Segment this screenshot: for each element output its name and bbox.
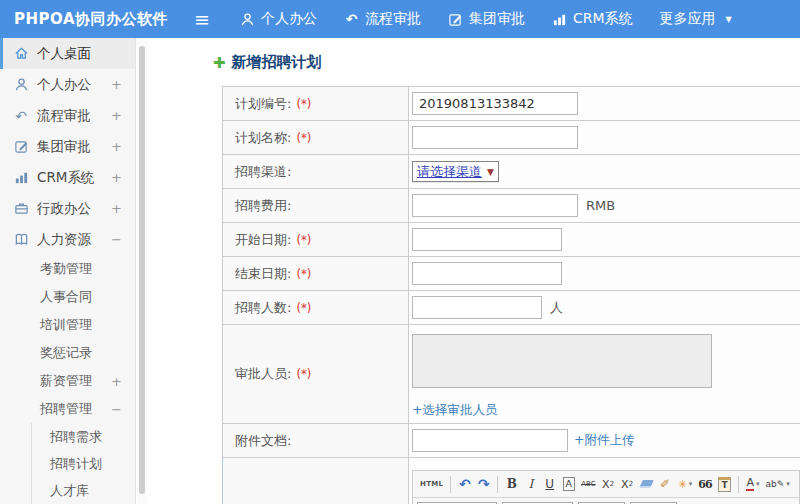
sidebar-subitem-hr-contract[interactable]: 人事合同 [0,283,135,311]
form-row-plan-number: 计划编号:(*) [222,87,800,121]
redo-button[interactable]: ↷ [475,474,492,495]
sidebar-subitem-label: 招聘管理 [40,400,92,418]
sidebar-subsubitem-talent-pool[interactable]: 人才库 [32,477,135,504]
superscript-button[interactable]: X2 [600,474,617,495]
form-row-end-date: 结束日期:(*) [222,257,800,291]
sidebar-subitem-recruit-mgmt[interactable]: 招聘管理− [0,395,135,423]
sidebar-subsubitem-recruit-plan[interactable]: 招聘计划 [32,450,135,477]
sidebar-item-label: 个人桌面 [37,45,91,63]
sidebar-scrollbar[interactable] [137,38,147,504]
expand-icon[interactable]: + [111,170,122,185]
collapse-icon[interactable]: − [111,402,122,417]
eraser-shape [639,480,654,488]
superscript-button-glyph: X [602,478,610,491]
required-mark: (*) [296,97,311,111]
font-color-button[interactable]: A▾ [744,474,761,495]
sidebar-item-workflow-approval[interactable]: ↶流程审批+ [0,100,135,131]
sidebar-subsubitem-recruit-demand[interactable]: 招聘需求 [32,423,135,450]
recruit-plan-form: 计划编号:(*)计划名称:(*)招聘渠道:请选择渠道▼招聘费用:RMB开始日期:… [222,86,800,504]
undo-button[interactable]: ↶ [456,474,473,495]
approvers-textarea[interactable] [412,334,712,388]
form-label-recruit-count: 招聘人数:(*) [223,291,409,324]
form-value-plan-name [409,121,800,154]
person-icon [13,77,29,93]
menu-toggle-icon[interactable]: ≡ [194,0,210,38]
recruit-count-input[interactable] [412,296,542,319]
select-approvers-link[interactable]: +选择审批人员 [412,402,497,417]
start-date-input[interactable] [412,228,562,251]
sidebar-item-label: 人力资源 [37,231,91,249]
sidebar-item-admin-office[interactable]: 行政办公+ [0,193,135,224]
blockquote-button[interactable]: 66 [696,474,713,495]
field-label: 计划名称: [235,129,291,147]
sidebar-subitem-training-mgmt[interactable]: 培训管理 [0,311,135,339]
subscript-button[interactable]: X2 [619,474,636,495]
underline-button[interactable]: U [541,474,558,495]
sidebar-item-personal-desktop[interactable]: 个人桌面 [0,38,135,69]
form-value-plan-content: HTML↶↷BIUAABCX2X2✐✳▾66TA▾ab✎▾自定义标题▼段落格式▼… [409,458,800,504]
chevron-down-icon: ▾ [786,480,790,488]
field-label: 计划编号: [235,95,291,113]
form-row-plan-content: HTML↶↷BIUAABCX2X2✐✳▾66TA▾ab✎▾自定义标题▼段落格式▼… [222,458,800,504]
required-mark: (*) [296,131,311,145]
autoformat-button[interactable]: ✳▾ [676,474,695,495]
eraser-icon-button[interactable] [638,474,655,495]
sidebar-subitem-attendance-mgmt[interactable]: 考勤管理 [0,255,135,283]
field-label: 结束日期: [235,265,291,283]
attachment-input[interactable] [412,429,568,452]
sidebar-item-label: CRM系统 [37,169,94,187]
sidebar-item-personal-office[interactable]: 个人办公+ [0,69,135,100]
plan-name-input[interactable] [412,126,578,149]
sidebar-item-human-resources[interactable]: 人力资源− [0,224,135,255]
edit-icon [448,12,463,27]
field-label: 招聘人数: [235,299,291,317]
expand-icon[interactable]: + [111,77,122,92]
font-border-button[interactable]: A [560,474,577,495]
expand-icon[interactable]: + [111,201,122,216]
sidebar-item-group-approval[interactable]: 集团审批+ [0,131,135,162]
italic-button[interactable]: I [522,474,539,495]
form-label-recruit-cost: 招聘费用: [223,189,409,222]
toolbar-separator [450,476,451,493]
undo-icon: ↶ [13,108,29,124]
recruit-cost-input[interactable] [412,194,578,217]
undo-button-glyph: ↶ [459,476,471,492]
sidebar-subitem-salary-mgmt[interactable]: 薪资管理+ [0,367,135,395]
topnav-item-crm-system[interactable]: CRM系统 [552,10,633,28]
paste-word-button[interactable]: T [716,474,734,495]
sub-glyph: 2 [629,480,633,488]
topnav-item-personal-office[interactable]: 个人办公 [240,10,317,28]
form-row-plan-name: 计划名称:(*) [222,121,800,155]
recruit-channel-select[interactable]: 请选择渠道▼ [412,161,499,182]
expand-icon[interactable]: + [111,139,122,154]
sidebar-subitem-reward-punish-records[interactable]: 奖惩记录 [0,339,135,367]
attachment-upload-link[interactable]: +附件上传 [574,432,634,449]
plan-number-input[interactable] [412,92,578,115]
underline-button-glyph: U [545,477,554,491]
collapse-icon[interactable]: − [111,232,122,247]
form-value-end-date [409,257,800,290]
html-source-button[interactable]: HTML [418,474,445,495]
form-row-approvers: 审批人员:(*)+选择审批人员 [222,325,800,424]
expand-icon[interactable]: + [111,108,122,123]
sidebar-subitem-label: 人事合同 [40,288,92,306]
form-value-attachment: +附件上传 [409,424,800,457]
expand-icon[interactable]: + [111,374,122,389]
end-date-input[interactable] [412,262,562,285]
scrollbar-thumb[interactable] [139,46,145,494]
form-row-recruit-channel: 招聘渠道:请选择渠道▼ [222,155,800,189]
topnav-item-group-approval[interactable]: 集团审批 [448,10,525,28]
required-mark: (*) [296,267,311,281]
highlight-color-button[interactable]: ab✎▾ [764,474,792,495]
strikethrough-button[interactable]: ABC [579,474,597,495]
format-brush-button[interactable]: ✐ [657,474,674,495]
topnav-item-more-apps[interactable]: 更多应用▼ [660,10,732,28]
form-label-attachment: 附件文档: [223,424,409,457]
edit-icon [13,139,29,155]
bold-button[interactable]: B [503,474,520,495]
sidebar-item-crm-system[interactable]: CRM系统+ [0,162,135,193]
sidebar-subitem-label: 薪资管理 [40,372,92,390]
form-row-recruit-count: 招聘人数:(*)人 [222,291,800,325]
topnav-item-workflow-approval[interactable]: ↶流程审批 [344,10,421,28]
format-brush-button-glyph: ✐ [660,477,670,491]
